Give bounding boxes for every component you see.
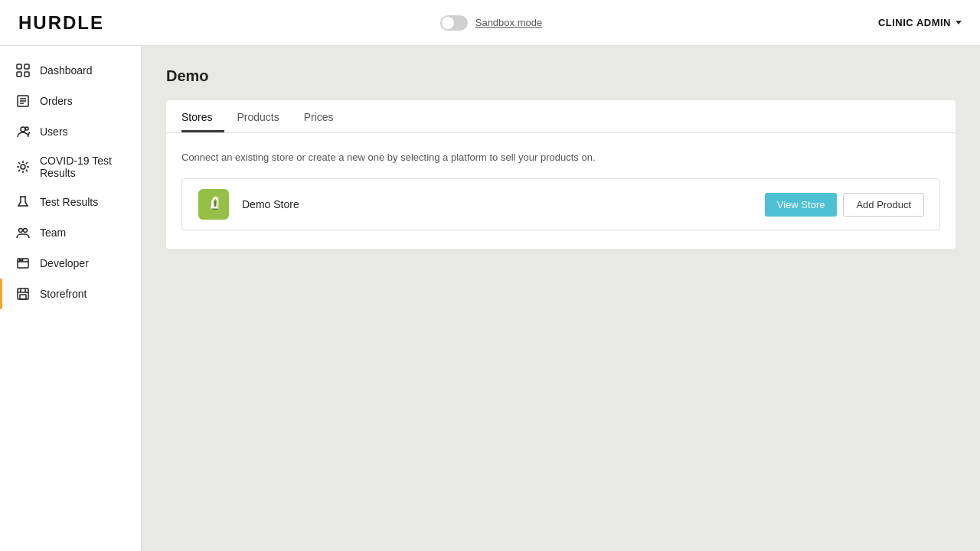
svg-point-21 [24, 229, 28, 233]
svg-point-8 [21, 127, 25, 132]
admin-label: CLINIC ADMIN [878, 17, 951, 28]
app-logo: HURDLE [18, 12, 104, 34]
svg-line-16 [26, 170, 28, 171]
sidebar-label-storefront: Storefront [40, 288, 87, 300]
tab-description: Connect an existing store or create a ne… [181, 152, 940, 163]
view-store-button[interactable]: View Store [765, 193, 838, 217]
svg-point-25 [21, 259, 23, 261]
svg-rect-26 [18, 289, 28, 299]
tab-bar: Stores Products Prices [166, 100, 956, 133]
add-product-button[interactable]: Add Product [843, 193, 924, 217]
chevron-down-icon [956, 21, 962, 24]
sidebar-label-team: Team [40, 227, 66, 239]
sidebar-label-test-results: Test Results [40, 196, 98, 208]
sidebar-label-users: Users [40, 126, 68, 138]
main-content: Demo Stores Products Prices Connect an e… [142, 46, 980, 551]
sidebar-label-developer: Developer [40, 257, 89, 269]
svg-rect-30 [20, 295, 26, 299]
test-results-icon [15, 194, 31, 210]
orders-icon [15, 93, 31, 109]
dashboard-icon [15, 63, 31, 78]
sidebar-item-dashboard[interactable]: Dashboard [0, 55, 141, 86]
sidebar-item-orders[interactable]: Orders [0, 86, 141, 116]
svg-line-15 [18, 162, 20, 164]
sidebar-item-covid[interactable]: COVID-19 Test Results [0, 147, 141, 187]
store-row: Demo Store View Store Add Product [182, 179, 939, 230]
tab-prices[interactable]: Prices [292, 100, 346, 132]
store-name: Demo Store [242, 198, 753, 210]
svg-rect-1 [24, 64, 29, 69]
sidebar-label-orders: Orders [40, 95, 73, 107]
sidebar-item-users[interactable]: Users [0, 116, 141, 147]
sidebar-label-covid: COVID-19 Test Results [40, 155, 126, 179]
sidebar-item-test-results[interactable]: Test Results [0, 187, 141, 217]
storefront-icon [15, 286, 31, 302]
svg-rect-3 [24, 72, 29, 77]
store-list: Demo Store View Store Add Product [181, 178, 940, 230]
svg-line-17 [26, 162, 28, 164]
sidebar-label-dashboard: Dashboard [40, 64, 93, 77]
svg-point-9 [25, 127, 28, 130]
svg-rect-2 [17, 72, 21, 77]
app-header: HURDLE Sandbox mode CLINIC ADMIN [0, 0, 980, 46]
sidebar-item-developer[interactable]: Developer [0, 248, 141, 279]
app-body: Dashboard Orders [0, 46, 980, 551]
sidebar-item-team[interactable]: Team [0, 217, 141, 248]
svg-line-18 [18, 170, 20, 171]
admin-menu[interactable]: CLINIC ADMIN [878, 17, 962, 28]
team-icon [15, 225, 31, 240]
sidebar-item-storefront[interactable]: Storefront [0, 279, 141, 309]
svg-rect-0 [17, 64, 21, 69]
tab-content-stores: Connect an existing store or create a ne… [166, 133, 956, 249]
store-logo-icon [198, 188, 230, 220]
svg-point-10 [21, 165, 25, 169]
sidebar: Dashboard Orders [0, 46, 142, 551]
users-icon [15, 124, 31, 139]
tab-products[interactable]: Products [224, 100, 291, 132]
sandbox-toggle[interactable] [440, 15, 468, 31]
sandbox-section: Sandbox mode [440, 15, 542, 31]
tab-stores[interactable]: Stores [181, 100, 224, 132]
covid-icon [15, 159, 31, 174]
page-title: Demo [166, 67, 956, 85]
toggle-knob [442, 17, 454, 29]
storefront-card: Stores Products Prices Connect an existi… [166, 100, 956, 249]
sandbox-label[interactable]: Sandbox mode [475, 17, 542, 28]
developer-icon [15, 256, 31, 271]
svg-point-24 [19, 259, 21, 261]
store-actions: View Store Add Product [765, 193, 924, 217]
svg-point-20 [19, 229, 23, 233]
